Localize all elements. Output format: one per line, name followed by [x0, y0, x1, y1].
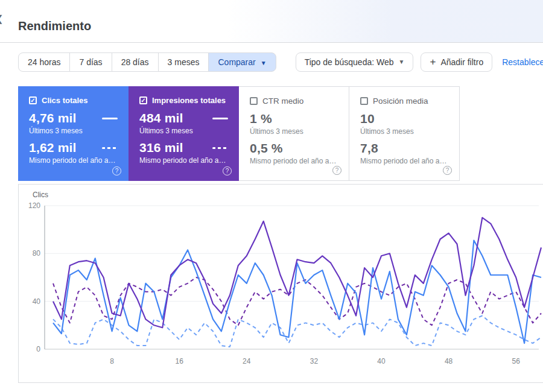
metric-tile-total-impressions[interactable]: ✓ Impresiones totales 484 mil Últimos 3 … [129, 86, 239, 181]
range-7d-button[interactable]: 7 días [69, 52, 112, 72]
metric-tile-total-clicks[interactable]: ✓ Clics totales 4,76 mil Últimos 3 meses… [18, 86, 129, 181]
reset-filters-link[interactable]: Restablecer filtros [502, 57, 543, 67]
chevron-down-icon: ▼ [261, 60, 267, 66]
current-period-label: Últimos 3 meses [250, 127, 341, 136]
y-tick-label: 120 [28, 201, 40, 210]
compare-dropdown[interactable]: Comparar▼ [208, 52, 276, 72]
x-tick-label: 40 [377, 357, 386, 365]
add-filter-label: Añadir filtro [440, 53, 483, 71]
previous-period-label: Mismo periodo del año a… [29, 156, 121, 165]
y-tick-label: 40 [33, 297, 41, 306]
search-type-dropdown[interactable]: Tipo de búsqueda: Web▼ [296, 52, 414, 72]
current-value: 1 % [250, 112, 272, 126]
page-edge-icon: ❮ [0, 13, 4, 24]
previous-value: 316 mil [139, 141, 183, 155]
filters-toolbar: 24 horas 7 días 28 días 3 meses Comparar… [18, 52, 537, 72]
current-period-label: Últimos 3 meses [360, 127, 452, 136]
y-tick-label: 80 [33, 249, 41, 258]
page-title: Rendimiento [18, 19, 91, 33]
add-filter-button[interactable]: +Añadir filtro [421, 52, 492, 72]
metric-tiles-row: ✓ Clics totales 4,76 mil Últimos 3 meses… [18, 86, 460, 181]
solid-line-legend-icon [212, 118, 228, 119]
search-type-label: Tipo de búsqueda: Web [305, 53, 394, 71]
x-tick-label: 8 [110, 357, 114, 365]
dashed-line-legend-icon [102, 147, 118, 149]
current-value: 10 [360, 112, 375, 126]
dashed-line-legend-icon [212, 147, 228, 149]
range-3m-button[interactable]: 3 meses [158, 52, 209, 72]
tile-label: Posición media [373, 96, 428, 106]
x-tick-label: 24 [243, 357, 251, 365]
current-period-label: Últimos 3 meses [139, 127, 232, 135]
range-28d-button[interactable]: 28 días [112, 52, 159, 72]
range-24h-button[interactable]: 24 horas [18, 52, 70, 72]
checkbox-unchecked-icon[interactable] [250, 97, 258, 105]
y-axis-title: Clics [33, 191, 48, 199]
previous-value: 0,5 % [250, 141, 283, 156]
help-icon[interactable]: ? [223, 166, 232, 175]
help-icon[interactable]: ? [443, 166, 452, 175]
x-tick-label: 16 [176, 357, 184, 365]
performance-chart-panel: 040801208162432404856 Clics [18, 184, 543, 383]
y-tick-label: 0 [36, 345, 40, 353]
tile-label: Impresiones totales [152, 96, 226, 105]
current-value: 484 mil [139, 111, 183, 125]
x-tick-label: 32 [310, 357, 319, 365]
previous-value: 1,62 mil [29, 141, 77, 155]
previous-value: 7,8 [360, 141, 378, 156]
checkbox-checked-icon[interactable]: ✓ [139, 96, 147, 104]
tile-label: CTR medio [262, 96, 303, 106]
plus-icon: + [430, 53, 436, 71]
previous-period-label: Mismo periodo del año a… [360, 157, 452, 165]
chevron-down-icon: ▼ [399, 53, 405, 71]
line-chart[interactable]: 040801208162432404856 [19, 185, 543, 384]
help-icon[interactable]: ? [332, 166, 341, 175]
x-tick-label: 48 [445, 357, 453, 365]
x-tick-label: 56 [512, 357, 521, 365]
previous-period-label: Mismo periodo del año a… [250, 157, 341, 165]
tile-label: Clics totales [42, 96, 88, 105]
checkbox-unchecked-icon[interactable] [360, 97, 368, 105]
current-period-label: Últimos 3 meses [29, 127, 121, 135]
compare-label: Comparar [218, 57, 255, 67]
date-range-segmented-control: 24 horas 7 días 28 días 3 meses Comparar… [18, 52, 276, 72]
metric-tile-average-ctr[interactable]: CTR medio 1 % Últimos 3 meses 0,5 % Mism… [239, 86, 349, 181]
current-value: 4,76 mil [29, 111, 77, 125]
help-icon[interactable]: ? [112, 166, 121, 175]
previous-period-label: Mismo periodo del año a… [139, 156, 232, 165]
solid-line-legend-icon [102, 118, 118, 119]
metric-tile-average-position[interactable]: Posición media 10 Últimos 3 meses 7,8 Mi… [349, 86, 460, 181]
checkbox-checked-icon[interactable]: ✓ [29, 96, 37, 104]
series-dashed [53, 316, 541, 347]
